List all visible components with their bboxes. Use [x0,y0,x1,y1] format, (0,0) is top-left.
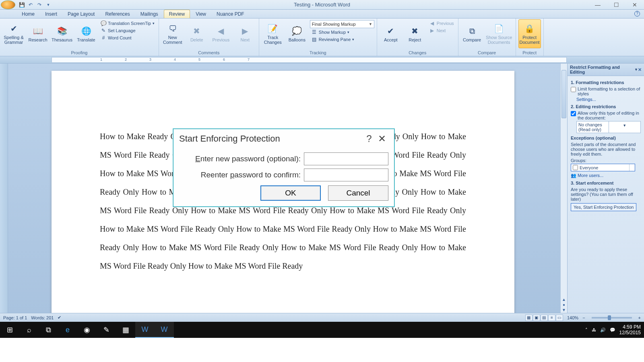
new-comment-button[interactable]: 🗨New Comment [161,19,184,48]
task-view-icon[interactable]: ⧉ [39,322,58,338]
word-count-button[interactable]: #Word Count [99,35,156,41]
editing-type-combo[interactable]: No changes (Read only)▼ [576,121,641,133]
word-count-status[interactable]: Words: 201 [31,315,54,320]
confirm-password-input[interactable] [304,169,388,181]
undo-icon[interactable]: ↶ [27,2,34,8]
tab-references[interactable]: References [100,10,134,18]
app-icon[interactable]: ✎ [97,322,116,338]
ok-button[interactable]: OK [260,185,321,201]
vertical-scrollbar[interactable]: ▲ ● ▼ [560,64,567,313]
next-change-button[interactable]: ▶Next [428,27,456,34]
tab-page-layout[interactable]: Page Layout [63,10,99,18]
dialog-titlebar[interactable]: Start Enforcing Protection ? ✕ [173,129,394,147]
previous-change-button[interactable]: ◀Previous [428,20,456,27]
full-screen-view-icon[interactable]: ▣ [533,315,540,321]
tray-chevron-icon[interactable]: ˄ [585,327,588,333]
tab-home[interactable]: Home [17,10,39,18]
web-layout-view-icon[interactable]: ▤ [541,315,548,321]
track-changes-button[interactable]: 📝Track Changes [262,19,284,48]
volume-icon[interactable]: 🔊 [600,327,606,333]
view-buttons: ▦ ▣ ▤ ≡ ▭ [525,315,563,321]
outline-view-icon[interactable]: ≡ [548,315,555,321]
zoom-slider[interactable] [592,317,632,319]
next-page-icon[interactable]: ▼ [562,308,566,312]
set-language-button[interactable]: ✎Set Language [99,27,156,34]
help-icon[interactable]: ? [634,11,640,16]
redo-icon[interactable]: ↷ [36,2,43,8]
vertical-ruler[interactable] [0,64,8,313]
section-formatting: 1. Formatting restrictions [571,80,641,85]
start-enforcing-button[interactable]: Yes, Start Enforcing Protection [571,203,636,211]
limit-formatting-checkbox[interactable] [571,87,576,92]
translate-button[interactable]: 🌐Translate [75,19,97,48]
taskpane-menu-icon[interactable]: ▼ [634,68,638,72]
group-label: Compare [461,50,513,56]
protect-document-button[interactable]: 🔒Protect Document [518,19,541,48]
password-input[interactable] [304,152,388,165]
search-icon[interactable]: ⌕ [19,322,39,338]
delete-comment-button[interactable]: ✖Delete [186,19,208,48]
translation-screentip-button[interactable]: 💬Translation ScreenTip ▾ [99,20,156,27]
edge-icon[interactable]: e [58,322,77,338]
scroll-thumb[interactable] [561,70,566,118]
tab-view[interactable]: View [191,10,211,18]
groups-listbox[interactable]: Everyone [571,164,635,171]
research-icon: 📖 [32,25,43,37]
section-enforcement: 3. Start enforcement [571,181,641,185]
settings-link[interactable]: Settings... [576,97,641,102]
compare-button[interactable]: ⧉Compare [461,19,483,48]
zoom-thumb[interactable] [608,315,611,320]
zoom-level[interactable]: 140% [567,315,578,320]
save-icon[interactable]: 💾 [19,2,25,8]
tab-insert[interactable]: Insert [40,10,62,18]
word-taskbar-icon-2[interactable]: W [155,322,174,338]
browse-object-icon[interactable]: ● [563,302,565,307]
show-source-button[interactable]: 📄Show Source Documents [485,19,513,48]
maximize-button[interactable]: ☐ [607,2,625,8]
dialog-close-icon[interactable]: ✕ [376,133,388,144]
tab-mailings[interactable]: Mailings [136,10,163,18]
tab-nuance-pdf[interactable]: Nuance PDF [212,10,249,18]
tab-review[interactable]: Review [164,10,190,18]
qat-dropdown-icon[interactable]: ▼ [45,2,52,8]
zoom-out-icon[interactable]: − [582,315,585,320]
markup-combo[interactable]: Final Showing Markup▼ [310,20,374,28]
start-button[interactable]: ⊞ [0,322,19,338]
clock[interactable]: 4:59 PM 12/5/2015 [619,324,641,336]
thesaurus-button[interactable]: 📚Thesaurus [51,19,73,48]
reviewing-pane-button[interactable]: ▤Reviewing Pane ▾ [310,36,374,43]
minimize-button[interactable]: — [588,2,607,8]
next-comment-button[interactable]: ▶Next [234,19,256,48]
page-status[interactable]: Page: 1 of 1 [3,315,27,320]
everyone-checkbox[interactable] [573,165,578,170]
previous-comment-button[interactable]: ◀Previous [210,19,232,48]
office-button[interactable] [1,0,15,9]
more-users-link[interactable]: 👥 More users... [571,173,641,178]
show-markup-button[interactable]: ☰Show Markup ▾ [310,29,374,35]
word-taskbar-icon[interactable]: W [135,322,155,338]
group-label: Protect [518,50,541,56]
dialog-help-icon[interactable]: ? [363,133,376,144]
research-button[interactable]: 📖Research [27,19,49,48]
balloons-button[interactable]: 💭Balloons [286,19,308,48]
draft-view-icon[interactable]: ▭ [556,315,563,321]
close-button[interactable]: ✕ [625,2,644,8]
cancel-button[interactable]: Cancel [328,185,388,201]
windows-taskbar: ⊞ ⌕ ⧉ e ◉ ✎ ▦ W W ˄ 🖧 🔊 💬 4:59 PM 12/5/2… [0,322,644,338]
listbox-scroll[interactable] [629,164,635,171]
prev-page-icon[interactable]: ▲ [562,297,566,302]
reject-button[interactable]: ✖Reject [404,19,426,48]
horizontal-ruler[interactable]: 1234567 [52,57,567,63]
allow-editing-checkbox[interactable] [571,111,576,116]
zoom-in-icon[interactable]: + [638,315,641,320]
accept-button[interactable]: ✔Accept [380,19,402,48]
print-layout-view-icon[interactable]: ▦ [525,315,533,321]
group-proofing: ✔Spelling & Grammar 📖Research 📚Thesaurus… [0,19,159,56]
network-icon[interactable]: 🖧 [592,327,596,332]
action-center-icon[interactable]: 💬 [610,327,615,333]
spelling-button[interactable]: ✔Spelling & Grammar [2,19,25,48]
app-icon-2[interactable]: ▦ [116,322,135,338]
chrome-icon[interactable]: ◉ [77,322,97,338]
taskpane-close-icon[interactable]: ✕ [638,67,642,72]
proofing-status-icon[interactable]: ✔ [58,315,61,320]
